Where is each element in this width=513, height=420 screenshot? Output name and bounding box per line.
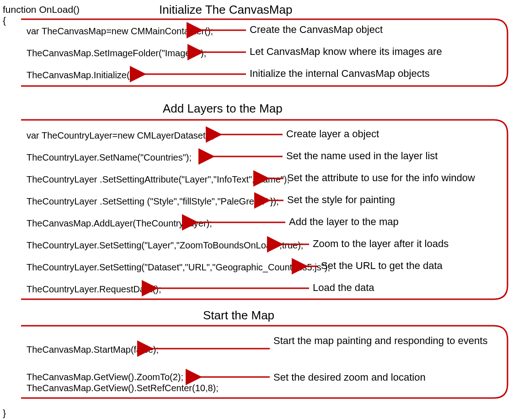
- code-s2-l6: TheCountryLayer.SetSetting("Layer","Zoom…: [27, 240, 303, 251]
- code-s2-l7: TheCountryLayer.SetSetting("Dataset","UR…: [27, 262, 330, 273]
- annot-s1-a1: Create the CanvasMap object: [250, 24, 383, 36]
- page-root: function OnLoad() { } Initialize The Can…: [0, 0, 513, 420]
- section2-title: Add Layers to the Map: [163, 102, 283, 116]
- annot-s3-a1: Start the map painting and responding to…: [273, 335, 487, 347]
- section1-title: Initialize The CanvasMap: [159, 3, 292, 17]
- code-s1-l2: TheCanvasMap.SetImageFolder("Images/");: [27, 48, 206, 59]
- annot-s2-a1: Create layer a object: [286, 128, 379, 140]
- annot-s2-a7: Set the URL to get the data: [321, 260, 443, 272]
- function-signature: function OnLoad(): [3, 4, 80, 15]
- annot-s1-a2: Let CanvasMap know where its images are: [250, 46, 442, 58]
- annot-s2-a4: Set the style for painting: [287, 194, 395, 206]
- code-s2-l5: TheCanvasMap.AddLayer(TheCountryLayer);: [27, 218, 212, 229]
- code-s1-l3: TheCanvasMap.Initialize();: [27, 70, 135, 81]
- annot-s2-a8: Load the data: [313, 282, 374, 294]
- annot-s2-a5: Add the layer to the map: [289, 216, 399, 228]
- code-s2-l2: TheCountryLayer.SetName("Countries");: [27, 152, 192, 163]
- annot-s2-a2: Set the name used in the layer list: [286, 150, 438, 162]
- annot-s1-a3: Initialize the internal CanvasMap object…: [250, 68, 430, 80]
- annot-s2-a6: Zoom to the layer after it loads: [313, 238, 449, 250]
- code-s1-l1: var TheCanvasMap=new CMMainContainer();: [27, 26, 213, 37]
- code-s3-l3: TheCanvasMap.GetView().SetRefCenter(10,8…: [27, 382, 219, 393]
- code-s2-l1: var TheCountryLayer=new CMLayerDataset()…: [27, 130, 214, 141]
- code-s2-l4: TheCountryLayer .SetSetting ("Style","fi…: [27, 196, 279, 207]
- annot-s2-a3: Set the attribute to use for the info wi…: [287, 172, 475, 184]
- brace-open: {: [3, 15, 6, 26]
- code-s3-l1: TheCanvasMap.StartMap(false);: [27, 344, 159, 355]
- section3-title: Start the Map: [203, 308, 274, 323]
- annot-s3-a2: Set the desired zoom and location: [273, 372, 426, 383]
- overlay-svg: [0, 0, 513, 420]
- code-s3-l2: TheCanvasMap.GetView().ZoomTo(2);: [27, 372, 183, 382]
- code-s2-l8: TheCountryLayer.RequestData();: [27, 284, 161, 295]
- code-s2-l3: TheCountryLayer .SetSettingAttribute("La…: [27, 174, 289, 185]
- brace-close: }: [3, 407, 6, 419]
